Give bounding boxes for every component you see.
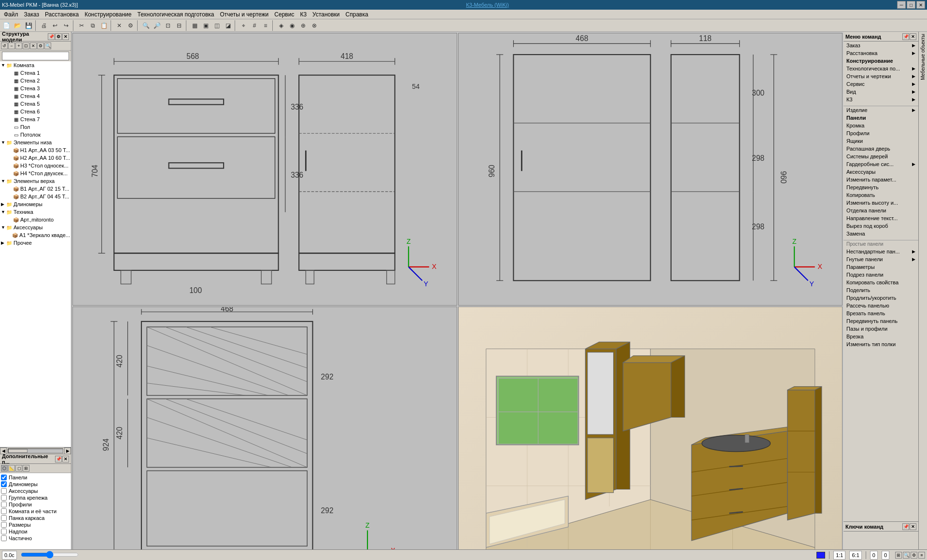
tb-extra2[interactable]: ◉ <box>287 20 297 31</box>
menu-cmd-reports[interactable]: Отчеты и чертежи▶ <box>843 72 918 80</box>
tb-undo[interactable]: ↩ <box>50 20 60 31</box>
menu-cmd-params[interactable]: Параметры <box>843 263 918 271</box>
tb-layer[interactable]: ≡ <box>260 20 271 31</box>
menu-cmd-accessories[interactable]: Аксессуары <box>843 168 918 176</box>
tree-item-wall2[interactable]: ▦Стена 2 <box>0 77 71 84</box>
menu-cmd-construction[interactable]: Конструирование <box>843 57 918 65</box>
menu-construction[interactable]: Конструирование <box>82 10 134 19</box>
checkbox-panels[interactable]: Панели <box>1 474 70 481</box>
menu-order[interactable]: Заказ <box>21 10 42 19</box>
tb-extra1[interactable]: ◈ <box>276 20 286 31</box>
menu-cmd-drawers[interactable]: Ящики <box>843 137 918 145</box>
tb-zoom-out[interactable]: 🔎 <box>152 20 162 31</box>
cmd-menu-pin-btn[interactable]: 📌 <box>902 33 909 40</box>
menu-cmd-split[interactable]: Поделить <box>843 286 918 294</box>
tree-item-tech[interactable]: ▼📁Техника <box>0 208 71 216</box>
tree-item-wall4[interactable]: ▦Стена 4 <box>0 92 71 100</box>
tree-item-ceiling[interactable]: ▭Потолок <box>0 131 71 139</box>
menu-cmd-grooves[interactable]: Пазы и профили <box>843 325 918 333</box>
scroll-thumb[interactable] <box>8 449 28 453</box>
checkbox-partial[interactable]: Частично <box>1 535 70 542</box>
scroll-right-btn[interactable]: ▶ <box>64 448 71 454</box>
tb-redo[interactable]: ↪ <box>61 20 71 31</box>
tree-item-floor[interactable]: ▭Пол <box>0 123 71 131</box>
tree-item-h4[interactable]: 📦Н4 *Стол двухсек... <box>0 169 71 177</box>
viewport-bottom-left[interactable]: 468 420 420 924 292 292 <box>72 307 457 560</box>
menu-cmd-copy-props[interactable]: Копировать свойства <box>843 279 918 286</box>
checkbox-fixings[interactable]: Группа крепежа <box>1 494 70 501</box>
tb-paste[interactable]: 📋 <box>98 20 109 31</box>
tree-config-btn[interactable]: ⚙ <box>37 42 44 49</box>
tree-item-wall5[interactable]: ▦Стена 5 <box>0 100 71 108</box>
menu-cmd-edging[interactable]: Кромка <box>843 122 918 129</box>
menu-cmd-door-systems[interactable]: Системы дверей <box>843 153 918 160</box>
menu-cmd-product[interactable]: Изделие▶ <box>843 106 918 114</box>
menu-cmd-cutout[interactable]: Вырез под короб <box>843 222 918 230</box>
tb-copy[interactable]: ⧉ <box>87 20 98 31</box>
checkbox-profiles[interactable]: Профили <box>1 501 70 508</box>
addl-pin-btn[interactable]: 📌 <box>55 456 62 462</box>
minimize-button[interactable]: ─ <box>897 1 906 9</box>
menu-cmd-service[interactable]: Сервис▶ <box>843 80 918 88</box>
tree-collapse-btn[interactable]: − <box>8 42 15 49</box>
tb-snap[interactable]: ⌖ <box>238 20 249 31</box>
tree-item-dimensions[interactable]: ▶📁Длиномеры <box>0 200 71 208</box>
tree-item-tech1[interactable]: 📦Арт.,mitoronto <box>0 216 71 224</box>
tree-search-input[interactable] <box>2 52 69 60</box>
tree-item-wall7[interactable]: ▦Стена 7 <box>0 115 71 123</box>
tree-filter-btn[interactable]: ⊡ <box>23 42 29 49</box>
wiki-link[interactable]: К3-Мебель (WiKi) <box>466 2 509 8</box>
tree-search-btn[interactable]: 🔍 <box>44 42 51 49</box>
menu-cmd-order[interactable]: Заказ▶ <box>843 42 918 49</box>
tb-delete[interactable]: ✕ <box>114 20 125 31</box>
tb-save[interactable]: 💾 <box>23 20 34 31</box>
status-icon1[interactable]: ⊞ <box>895 552 902 559</box>
menu-cmd-text-dir[interactable]: Направление текст... <box>843 214 918 222</box>
tree-item-other[interactable]: ▶📁Прочее <box>0 239 71 247</box>
tree-item-room[interactable]: ▼📁Комната <box>0 61 71 69</box>
tb-extra4[interactable]: ⊗ <box>309 20 320 31</box>
menu-cmd-move-panel[interactable]: Передвинуть панель <box>843 317 918 325</box>
cmd-menu-close-btn[interactable]: ✕ <box>910 33 916 40</box>
menu-file[interactable]: Файл <box>1 10 21 19</box>
viewport-top-left[interactable]: 568 418 54 704 336 <box>72 33 457 306</box>
tree-refresh-btn[interactable]: ↺ <box>1 42 8 49</box>
menu-cmd-swing-door[interactable]: Распашная дверь <box>843 145 918 153</box>
menu-tech[interactable]: Технологическая подготовка <box>134 10 217 19</box>
menu-cmd-shelf-type[interactable]: Изменить тип полки <box>843 340 918 348</box>
tree-delete-btn[interactable]: ✕ <box>30 42 37 49</box>
addl-icon3[interactable]: ◻ <box>15 465 22 472</box>
menu-cmd-intersect[interactable]: Рассечь панелью <box>843 302 918 309</box>
menu-cmd-k3[interactable]: К3▶ <box>843 96 918 103</box>
menu-cmd-copy[interactable]: Копировать <box>843 191 918 199</box>
menu-cmd-replace[interactable]: Замена <box>843 230 918 238</box>
menu-cmd-tech[interactable]: Технологическая по...▶ <box>843 65 918 72</box>
tb-properties[interactable]: ⚙ <box>125 20 136 31</box>
maximize-button[interactable]: □ <box>907 1 915 9</box>
tb-grid[interactable]: # <box>249 20 260 31</box>
tb-new[interactable]: 📄 <box>1 20 12 31</box>
tree-item-wall1[interactable]: ▦Стена 1 <box>0 69 71 77</box>
tree-scrollbar[interactable]: ◀ ▶ <box>0 447 71 454</box>
tree-item-b2[interactable]: 📦В2 Арт.,АГ 04 45 Т... <box>0 193 71 200</box>
tb-extra3[interactable]: ⊕ <box>298 20 309 31</box>
tree-expand-btn[interactable]: + <box>15 42 22 49</box>
menu-cmd-wardrobe[interactable]: Гардеробные сис...▶ <box>843 160 918 168</box>
menu-cmd-bent[interactable]: Гнутые панели▶ <box>843 255 918 263</box>
menu-cmd-profiles[interactable]: Профили <box>843 129 918 137</box>
panel-settings-btn[interactable]: ⚙ <box>55 33 62 40</box>
checkbox-accessories[interactable]: Аксессуары <box>1 488 70 494</box>
tb-zoom-in[interactable]: 🔍 <box>140 20 151 31</box>
addl-icon1[interactable]: ⬡ <box>1 465 8 472</box>
checkbox-dimensions[interactable]: Длиномеры <box>1 481 70 488</box>
menu-placement[interactable]: Расстановка <box>42 10 82 19</box>
tb-cut[interactable]: ✂ <box>76 20 87 31</box>
panel-close-btn[interactable]: ✕ <box>62 33 69 40</box>
status-icon3[interactable]: ⚙ <box>911 552 917 559</box>
menu-cmd-panel-finish[interactable]: Отделка панели <box>843 207 918 214</box>
menu-service[interactable]: Сервис <box>271 10 297 19</box>
viewport-top-right[interactable]: 468 118 960 300 298 298 <box>458 33 843 306</box>
tree-item-accessories[interactable]: ▼📁Аксессуары <box>0 224 71 231</box>
tree-item-h3[interactable]: 📦Н3 *Стол односек... <box>0 162 71 169</box>
menu-cmd-view[interactable]: Вид▶ <box>843 88 918 96</box>
